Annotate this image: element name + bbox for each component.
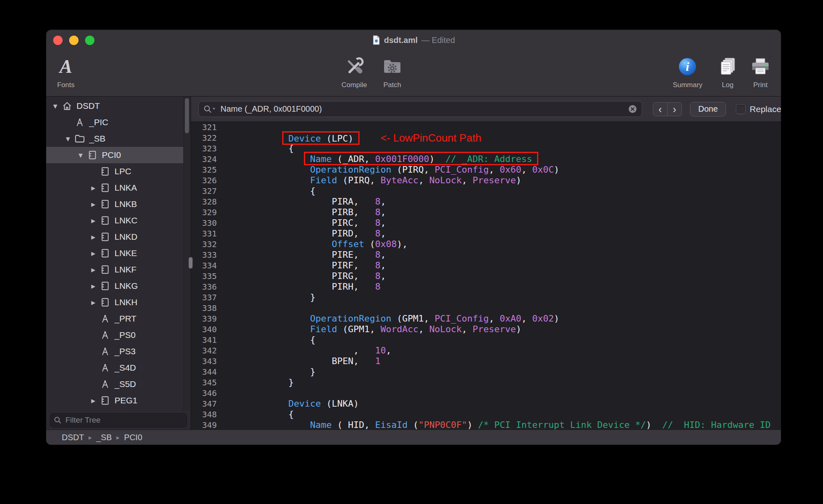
sidebar-item-lnkb[interactable]: ▸LNKB (46, 196, 191, 212)
breadcrumb-item-dsdt[interactable]: DSDT (62, 433, 84, 442)
sidebar-item-label: _PRT (115, 314, 136, 324)
log-button[interactable]: Log (718, 54, 738, 89)
disclosure-open-icon[interactable]: ▾ (62, 134, 74, 144)
sidebar-scrollbar-thumb[interactable] (185, 98, 189, 133)
sidebar-item-prt[interactable]: _PRT (46, 310, 191, 327)
print-button[interactable]: Print (750, 54, 771, 89)
document-icon (372, 35, 380, 45)
sidebar-item-label: PEG1 (115, 396, 137, 405)
search-input[interactable] (220, 104, 625, 114)
sidebar-item-lnkc[interactable]: ▸LNKC (46, 212, 191, 229)
breadcrumb-item-sb[interactable]: _SB (96, 433, 112, 442)
sidebar-item-label: LNKD (115, 232, 137, 242)
disclosure-closed-icon[interactable]: ▸ (88, 183, 99, 193)
disclosure-open-icon[interactable]: ▾ (49, 101, 61, 111)
summary-button[interactable]: i Summary (673, 54, 703, 89)
minimize-button[interactable] (69, 36, 79, 45)
sidebar-item-lnke[interactable]: ▸LNKE (46, 245, 191, 261)
svg-text:i: i (686, 60, 690, 73)
sidebar-item-peg1[interactable]: ▸PEG1 (46, 392, 191, 409)
sidebar-item-ps3[interactable]: _PS3 (46, 343, 191, 360)
code-token: , (418, 324, 429, 334)
code-token: PIRC, (245, 218, 375, 228)
code-token: PCI_Config (435, 313, 489, 324)
code-token: (GPM1, (337, 324, 380, 334)
sidebar-item-label: LNKG (115, 281, 138, 291)
disclosure-closed-icon[interactable]: ▸ (88, 281, 99, 291)
fonts-button[interactable]: A Fonts (57, 54, 75, 89)
printer-icon (750, 54, 771, 80)
sidebar-item-lnka[interactable]: ▸LNKA (46, 180, 191, 196)
replace-group: Replace (736, 104, 781, 114)
line-number: 326 (191, 175, 217, 186)
code-token: } (245, 292, 315, 302)
method-icon (74, 117, 86, 128)
disclosure-open-icon[interactable]: ▾ (75, 150, 86, 160)
device-icon (99, 232, 111, 242)
sidebar-scrollbar[interactable] (183, 97, 191, 411)
code-token: NoLock (429, 324, 461, 334)
traffic-lights (53, 36, 94, 45)
patch-button[interactable]: Patch (381, 54, 403, 89)
code-token: Preserve (472, 324, 516, 334)
code-text: PIRB, 8, (217, 207, 386, 218)
sidebar-item-lnkg[interactable]: ▸LNKG (46, 278, 191, 294)
code-token: (GPM1, (391, 313, 435, 324)
code-text (217, 122, 245, 133)
close-button[interactable] (53, 36, 63, 45)
sidebar-item-pci0[interactable]: ▾PCI0 (46, 147, 191, 163)
sidebar-item-pic[interactable]: _PIC (46, 114, 191, 130)
search-icon (203, 105, 216, 114)
code-token: PIRF, (245, 260, 375, 270)
split-handle[interactable] (189, 257, 193, 269)
disclosure-closed-icon[interactable]: ▸ (88, 232, 99, 242)
code-editor[interactable]: 321322 Device (LPC) <- LowPinCount Path3… (191, 122, 781, 430)
filter-field[interactable] (50, 413, 187, 428)
done-button[interactable]: Done (690, 102, 726, 117)
clear-search-icon[interactable] (628, 104, 637, 114)
sidebar-item-lnkh[interactable]: ▸LNKH (46, 294, 191, 310)
disclosure-closed-icon[interactable]: ▸ (88, 199, 99, 209)
find-next-button[interactable]: › (667, 102, 682, 116)
sidebar-item-s4d[interactable]: _S4D (46, 360, 191, 376)
disclosure-closed-icon[interactable]: ▸ (88, 216, 99, 225)
code-token: ) (429, 154, 445, 164)
filter-input[interactable] (65, 415, 183, 425)
disclosure-closed-icon[interactable]: ▸ (88, 396, 99, 405)
code-token: OperationRegion (310, 313, 391, 324)
code-line: 339 OperationRegion (GPM1, PCI_Config, 0… (191, 313, 781, 324)
code-token (245, 313, 310, 324)
disclosure-closed-icon[interactable]: ▸ (88, 265, 99, 274)
code-token: ( (364, 239, 375, 249)
code-token: , (522, 164, 533, 175)
sidebar-item-dsdt[interactable]: ▾DSDT (46, 98, 191, 114)
sidebar-item-lnkf[interactable]: ▸LNKF (46, 261, 191, 278)
replace-checkbox[interactable] (736, 104, 746, 114)
sidebar-item-s5d[interactable]: _S5D (46, 376, 191, 392)
sidebar-item-ps0[interactable]: _PS0 (46, 327, 191, 343)
device-icon (99, 264, 111, 275)
code-text: PIRH, 8 (217, 281, 380, 292)
search-field[interactable] (198, 101, 642, 117)
code-token: 0x001F0000 (375, 154, 429, 164)
sidebar-item-lpc[interactable]: LPC (46, 163, 191, 180)
find-previous-button[interactable]: ‹ (653, 102, 668, 116)
sidebar-item-lnkd[interactable]: ▸LNKD (46, 229, 191, 245)
zoom-button[interactable] (85, 36, 94, 45)
code-text: Device (LNKA) (217, 398, 359, 409)
device-icon (99, 248, 111, 259)
line-number: 336 (191, 281, 217, 292)
sidebar-item-sb[interactable]: ▾_SB (46, 130, 191, 147)
disclosure-closed-icon[interactable]: ▸ (88, 248, 99, 258)
replace-label: Replace (750, 104, 781, 114)
code-token: (PIRQ, (391, 164, 435, 175)
fonts-label: Fonts (57, 81, 75, 89)
code-text: BPEN, 1 (217, 356, 380, 367)
code-token (245, 324, 310, 334)
compile-button[interactable]: Compile (342, 54, 367, 89)
code-line: 326 Field (PIRQ, ByteAcc, NoLock, Preser… (191, 175, 781, 186)
print-label: Print (753, 81, 768, 89)
breadcrumb-item-pci0[interactable]: PCI0 (124, 433, 142, 442)
disclosure-closed-icon[interactable]: ▸ (88, 297, 99, 307)
filter-bar (46, 411, 191, 430)
